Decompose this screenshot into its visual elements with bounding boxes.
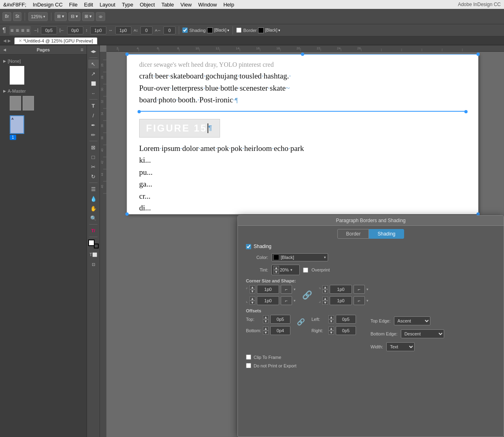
free-transform-tool[interactable]: ↻: [88, 172, 99, 181]
offset-top-stepper[interactable]: ▲ ▼: [263, 315, 269, 323]
clip-to-frame-checkbox[interactable]: [246, 354, 251, 360]
corner-bl-shape-arrow[interactable]: ▾: [294, 299, 296, 303]
offset-left-up[interactable]: ▲: [328, 315, 334, 319]
pen-tool[interactable]: ✒: [88, 121, 99, 129]
color-dropdown[interactable]: [Black] ▾: [271, 253, 328, 261]
corner-br-down[interactable]: ▼: [322, 301, 328, 305]
selection-handle-outer-left[interactable]: [125, 212, 129, 216]
corner-br-stepper[interactable]: ▲ ▼: [322, 297, 328, 305]
offset-bottom-down[interactable]: ▼: [263, 331, 269, 335]
type-path-tool[interactable]: T/: [88, 226, 99, 235]
menu-view[interactable]: View: [180, 2, 192, 8]
tint-up-btn[interactable]: ▲: [273, 266, 279, 270]
corner-bl-down[interactable]: ▼: [250, 301, 255, 305]
align-center-btn[interactable]: ≡: [15, 26, 20, 34]
offset-left-down[interactable]: ▼: [328, 319, 334, 323]
rect-frame-tool[interactable]: ⊠: [88, 143, 99, 152]
zoom-selector[interactable]: 125% ▾: [28, 12, 47, 21]
align-right-btn[interactable]: ≡: [20, 26, 25, 34]
selection-handle-top-center[interactable]: [301, 53, 304, 56]
page-tool[interactable]: ⬜: [88, 79, 99, 88]
figure-text-frame[interactable]: FIGURE 15¶: [139, 119, 220, 138]
border-checkbox-toolbar[interactable]: [236, 28, 241, 33]
menu-file[interactable]: File: [69, 2, 78, 8]
sidebar-collapse-arrow[interactable]: ▶: [3, 59, 6, 63]
page-1-thumb[interactable]: A: [10, 115, 24, 134]
space-before-input[interactable]: [67, 26, 83, 34]
corner-br-up[interactable]: ▲: [322, 297, 328, 301]
offset-left-input[interactable]: [336, 315, 356, 324]
grid-view-btn[interactable]: ⊞ ▾: [55, 12, 67, 21]
corner-tl-stepper[interactable]: ▲ ▼: [250, 285, 255, 293]
selection-handle-bottom-left[interactable]: [138, 110, 141, 113]
color-dropdown-icon-2[interactable]: ▾: [278, 28, 280, 32]
corner-bl-input[interactable]: [257, 296, 279, 305]
corner-tl-input[interactable]: [257, 285, 279, 294]
corner-tl-up[interactable]: ▲: [250, 285, 255, 289]
corner-bl-stepper[interactable]: ▲ ▼: [250, 297, 255, 305]
baseline-input[interactable]: [140, 26, 152, 34]
hand-tool[interactable]: ✋: [88, 204, 99, 213]
feather-btn[interactable]: ⌯: [96, 12, 105, 21]
corner-tl-shape-arrow[interactable]: ▾: [294, 287, 296, 291]
formatting-affects-icon[interactable]: T⬜: [88, 250, 99, 259]
offset-bottom-input[interactable]: [270, 326, 290, 335]
offset-bottom-up[interactable]: ▲: [263, 327, 269, 331]
corner-tl-shape[interactable]: ⌐: [281, 285, 292, 294]
document-tab[interactable]: ✕ *Untitled-4 @ 125% [GPU Preview]: [14, 37, 97, 45]
eyedropper-tool[interactable]: 💧: [88, 194, 99, 203]
corner-tr-shape[interactable]: ⌐: [354, 285, 365, 294]
note-tool[interactable]: ☰: [88, 185, 99, 193]
offset-right-down[interactable]: ▼: [328, 331, 334, 335]
corner-br-input[interactable]: [330, 296, 352, 305]
menu-object[interactable]: Object: [140, 2, 155, 8]
tint-input-group[interactable]: ▲ ▼ 20% ▾: [271, 265, 300, 275]
color-picker-2[interactable]: [Black] ▾: [258, 28, 280, 33]
tab-shading[interactable]: Shading: [369, 229, 404, 239]
master-collapse-arrow[interactable]: ▶: [3, 89, 6, 93]
selection-handle-bottom-right[interactable]: [464, 110, 468, 113]
menu-window[interactable]: Window: [198, 2, 217, 8]
no-print-checkbox[interactable]: [246, 363, 251, 368]
tab-close-icon[interactable]: ✕: [19, 38, 22, 43]
menu-edit[interactable]: Edit: [84, 2, 93, 8]
menu-type[interactable]: Type: [122, 2, 133, 8]
menu-table[interactable]: Table: [161, 2, 174, 8]
corner-tl-down[interactable]: ▼: [250, 289, 255, 293]
fill-stroke-swatches[interactable]: [88, 240, 99, 248]
offset-right-input[interactable]: [336, 326, 356, 335]
corner-bl-up[interactable]: ▲: [250, 297, 255, 301]
bottom-edge-select[interactable]: Descent Baseline Em Box Bottom: [401, 329, 444, 338]
offset-left-stepper[interactable]: ▲ ▼: [328, 315, 334, 323]
link-offsets-icon[interactable]: 🔗: [297, 318, 305, 326]
type-tool[interactable]: T: [88, 101, 99, 110]
leading-input[interactable]: [90, 26, 106, 34]
kern-input[interactable]: [163, 26, 176, 34]
offset-top-down[interactable]: ▼: [263, 319, 269, 323]
offset-right-stepper[interactable]: ▲ ▼: [328, 327, 334, 335]
menu-help[interactable]: Help: [223, 2, 234, 8]
tint-stepper[interactable]: ▲ ▼: [273, 266, 279, 274]
corner-bl-shape[interactable]: ⌐: [281, 296, 292, 305]
sidebar-collapse-icon[interactable]: ◀: [3, 48, 6, 52]
stock-btn[interactable]: St: [13, 12, 21, 21]
selection-handle-top-right[interactable]: [476, 53, 480, 56]
rect-tool[interactable]: □: [88, 153, 99, 161]
menu-layout[interactable]: Layout: [100, 2, 115, 8]
nav-arrows[interactable]: ◀ ▶: [3, 38, 11, 43]
scissors-tool[interactable]: ✂: [88, 162, 99, 171]
link-corners-icon[interactable]: 🔗: [302, 290, 312, 300]
table-view-btn[interactable]: ⊞ ▾: [82, 12, 94, 21]
color-dropdown-icon-1[interactable]: ▾: [227, 28, 229, 32]
selection-tool[interactable]: ↖: [88, 59, 99, 68]
corner-tr-up[interactable]: ▲: [322, 285, 328, 289]
apple-menu[interactable]: &#xF8FF;: [3, 2, 26, 8]
direct-select-tool[interactable]: ↗: [88, 69, 99, 78]
line-tool[interactable]: /: [88, 111, 99, 120]
tracking-input[interactable]: [115, 26, 131, 34]
corner-tr-shape-arrow[interactable]: ▾: [366, 287, 368, 291]
zoom-tool[interactable]: 🔍: [88, 214, 99, 223]
top-edge-select[interactable]: Ascent Cap Height Leading Em Box Top: [394, 316, 430, 325]
corner-tr-input[interactable]: [330, 285, 352, 294]
offset-top-up[interactable]: ▲: [263, 315, 269, 319]
